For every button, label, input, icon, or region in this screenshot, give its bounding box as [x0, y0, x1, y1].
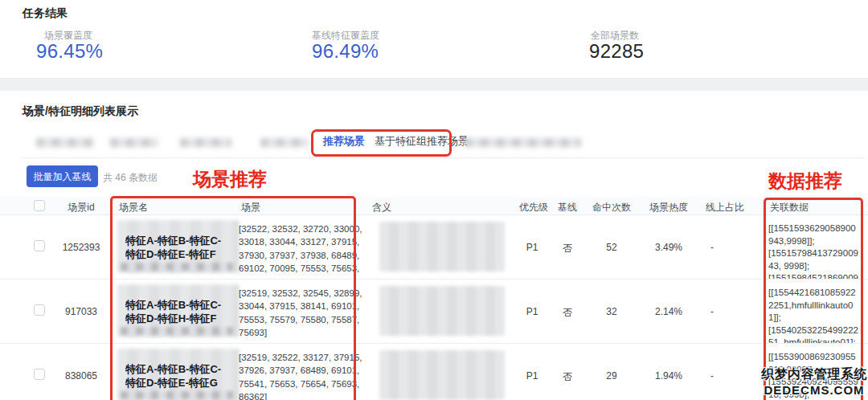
scene-name-text: 特征A-特征B-特征C-特征D-特征E-特征F [125, 234, 231, 261]
col-header-meaning: 含义 [372, 201, 391, 214]
cell-scene-heat: 2.14% [640, 306, 698, 317]
tab-redacted-3[interactable] [180, 138, 231, 147]
redacted-name-subtext [121, 327, 233, 335]
select-all-checkbox[interactable] [34, 200, 45, 211]
row-checkbox[interactable] [34, 369, 45, 380]
page-title: 任务结果 [23, 6, 68, 21]
col-header-scene: 场景 [241, 201, 260, 214]
cell-baseline: 否 [551, 306, 583, 320]
cell-meaning-redacted [379, 350, 505, 400]
metric-value-scene-coverage: 96.45% [36, 40, 103, 63]
table-row: 838065 特征A-特征B-特征C-特征D-特征E-特征G [32519, 3… [0, 344, 868, 400]
table-header-row: 场景id 场景名 场景 含义 优先级 基线 命中次数 场景热度 线上占比 关联数… [0, 197, 868, 215]
scene-name-text: 特征A-特征B-特征C-特征D-特征H-特征F [125, 298, 231, 325]
watermark: 织梦内容管理系统 DEDECMS.COM [760, 366, 868, 397]
cell-scene-list: [32519, 32532, 32545, 32899, 33044, 3791… [239, 287, 366, 340]
cell-baseline: 否 [551, 242, 583, 255]
cell-hit-count: 52 [585, 242, 638, 253]
tabs-divider [23, 157, 864, 158]
cell-priority: P1 [514, 370, 550, 382]
redacted-name-subtext [121, 263, 233, 271]
cell-baseline: 否 [551, 370, 583, 384]
annotation-scene-recommendation: 场景推荐 [193, 167, 267, 192]
cell-meaning-redacted [379, 286, 505, 336]
page: 任务结果 场景覆盖度 96.45% 基线特征覆盖度 96.49% 全部场景数 9… [0, 0, 868, 400]
tab-recommended-scenes[interactable]: 推荐场景 [323, 134, 365, 149]
cell-scene-heat: 3.49% [640, 242, 698, 253]
watermark-line2: DEDECMS.COM [760, 383, 868, 397]
cell-priority: P1 [514, 306, 550, 317]
cell-scene-heat: 1.94% [640, 370, 698, 382]
scene-name-text: 特征A-特征B-特征C-特征D-特征E-特征G [125, 362, 231, 390]
cell-meaning-redacted [379, 222, 505, 271]
row-checkbox[interactable] [34, 304, 45, 316]
tab-feature-group-recommended-scenes[interactable]: 基于特征组推荐场景 [375, 134, 469, 149]
redacted-name-subtext [121, 391, 233, 399]
col-header-hit-count: 命中次数 [585, 201, 638, 214]
cell-scene-list: [32522, 32532, 32720, 33000, 33018, 3304… [239, 222, 366, 280]
cell-related-data: [[15544216810859222251,hmfulllinkauto01]… [768, 287, 860, 344]
batch-add-baseline-button[interactable]: 批量加入基线 [27, 165, 98, 187]
col-header-online-ratio: 线上占比 [701, 201, 749, 214]
cell-scene-id: 917033 [56, 306, 106, 317]
section-title: 场景/特征明细列表展示 [23, 104, 138, 119]
tab-redacted-4[interactable] [260, 138, 309, 147]
table-row: 917033 特征A-特征B-特征C-特征D-特征H-特征F [32519, 3… [0, 280, 868, 344]
cell-online-ratio: - [696, 306, 728, 317]
metric-value-total-scenes: 92285 [589, 40, 644, 63]
annotation-data-recommendation: 数据推荐 [768, 169, 842, 194]
cell-related-data: [[1551593629058900943,9998]]; [155157984… [768, 222, 860, 280]
section-divider-band [0, 78, 868, 91]
watermark-line1: 织梦内容管理系统 [760, 366, 868, 383]
tab-redacted-2[interactable] [110, 138, 158, 147]
col-header-related-data: 关联数据 [770, 201, 809, 214]
row-checkbox[interactable] [34, 240, 45, 251]
cell-hit-count: 32 [585, 306, 638, 317]
col-header-scene-id: 场景id [56, 201, 106, 214]
active-tab-underline [314, 154, 364, 157]
col-header-baseline: 基线 [551, 201, 583, 214]
cell-scene-name: 特征A-特征B-特征C-特征D-特征H-特征F [117, 284, 240, 337]
cell-scene-id: 838065 [56, 370, 106, 382]
cell-priority: P1 [514, 242, 550, 253]
cell-online-ratio: - [696, 242, 728, 253]
cell-hit-count: 29 [585, 370, 638, 382]
cell-scene-name: 特征A-特征B-特征C-特征D-特征E-特征F [117, 220, 240, 273]
cell-scene-list: [32519, 32522, 33127, 37915, 37926, 3793… [239, 351, 366, 400]
col-header-priority: 优先级 [514, 201, 553, 214]
cell-online-ratio: - [696, 370, 728, 382]
total-count-text: 共 46 条数据 [103, 171, 158, 185]
tab-redacted-1[interactable] [36, 138, 94, 147]
table-row: 1252393 特征A-特征B-特征C-特征D-特征E-特征F [32522, … [0, 215, 868, 280]
col-header-scene-name: 场景名 [119, 201, 148, 214]
cell-scene-id: 1252393 [56, 242, 106, 253]
tab-redacted-5[interactable] [465, 138, 581, 147]
metric-value-baseline-feature-coverage: 96.49% [312, 40, 379, 63]
cell-scene-name: 特征A-特征B-特征C-特征D-特征E-特征G [117, 349, 240, 400]
col-header-scene-heat: 场景热度 [640, 201, 698, 214]
